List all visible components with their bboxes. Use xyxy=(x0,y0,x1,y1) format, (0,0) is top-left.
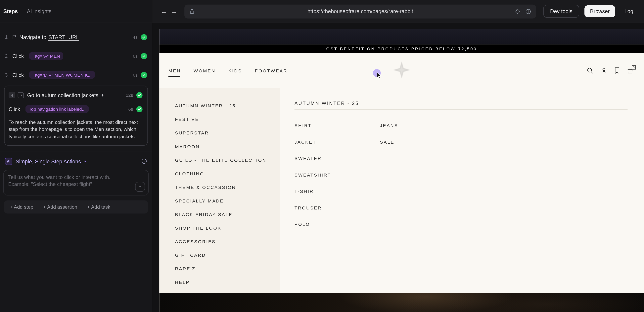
success-check-icon xyxy=(141,72,147,78)
task-description: To reach the autumn collection jackets, … xyxy=(8,119,142,140)
ai-prompt-input[interactable] xyxy=(4,170,148,195)
url-text: https://thehouseofrare.com/pages/rare-ra… xyxy=(308,8,413,14)
selector-badge: Tag="A" MEN xyxy=(29,52,63,60)
hero-image xyxy=(159,293,644,312)
send-button[interactable]: ↑ xyxy=(135,182,145,192)
menu-item[interactable]: JACKET xyxy=(294,134,380,150)
nav-item-footwear[interactable]: FOOTWEAR xyxy=(255,68,288,73)
success-check-icon xyxy=(141,53,147,59)
menu-item[interactable]: T-SHIRT xyxy=(294,183,380,200)
menu-item[interactable]: JEANS xyxy=(380,117,466,134)
ai-mode-selector[interactable]: Simple, Single Step Actions xyxy=(16,158,81,164)
menu-item[interactable]: GUILD - THE ELITE COLLECTION xyxy=(175,153,280,167)
browser-viewport: GST BENEFIT ON PRODUCTS PRICED BELOW ₹2,… xyxy=(152,23,644,312)
task-substep[interactable]: Click Top navigation link labeled... 6s xyxy=(8,103,142,115)
task-header: 4 S Go to autum collection jackets ✦ 12s xyxy=(8,90,142,100)
step-row-3[interactable]: 3 Click Tag="DIV" MEN WOMEN K... 6s xyxy=(4,67,149,83)
info-icon[interactable] xyxy=(142,159,147,164)
step-row-2[interactable]: 2 Click Tag="A" MEN 6s xyxy=(4,48,149,64)
menu-item[interactable]: SPECIALLY MADE xyxy=(175,194,280,208)
ai-logo-icon: AI xyxy=(5,158,12,165)
dev-tools-button[interactable]: Dev tools xyxy=(544,5,579,18)
success-check-icon xyxy=(141,34,147,40)
mega-panel-column-1: SHIRT JACKET SWEATER SWEATSHIRT T-SHIRT … xyxy=(294,117,380,233)
menu-item[interactable]: SUPERSTAR xyxy=(175,126,280,140)
task-step-4[interactable]: 4 S Go to autum collection jackets ✦ 12s… xyxy=(4,86,148,146)
ai-action-panel: AI Simple, Single Step Actions ▾ ↑ + Add… xyxy=(0,151,152,214)
tab-steps[interactable]: Steps xyxy=(4,8,18,14)
menu-item[interactable]: CLOTHING xyxy=(175,167,280,181)
mega-menu-categories: AUTUMN WINTER - 25 FESTIVE SUPERSTAR MAR… xyxy=(159,88,280,293)
url-bar[interactable]: https://thehouseofrare.com/pages/rare-ra… xyxy=(184,5,536,18)
menu-item[interactable]: RARE'Z xyxy=(175,262,280,276)
start-url-link[interactable]: START_URL xyxy=(48,34,79,40)
menu-item[interactable]: BLACK FRIDAY SALE xyxy=(175,208,280,221)
cart-icon[interactable]: 0 xyxy=(627,67,633,74)
menu-item[interactable]: SWEATSHIRT xyxy=(294,167,380,183)
menu-item[interactable]: THEME & OCCASSION xyxy=(175,181,280,194)
back-button[interactable]: ← xyxy=(159,8,169,15)
forward-button[interactable]: → xyxy=(169,8,179,15)
menu-item[interactable]: HELP xyxy=(175,276,280,289)
menu-item[interactable]: SHOP THE LOOK xyxy=(175,221,280,235)
tab-browser[interactable]: Browser xyxy=(584,6,615,17)
website-page: GST BENEFIT ON PRODUCTS PRICED BELOW ₹2,… xyxy=(159,29,644,312)
menu-item[interactable]: ACCESSORIES xyxy=(175,235,280,249)
account-icon[interactable] xyxy=(600,67,607,74)
wishlist-icon[interactable] xyxy=(614,67,620,74)
step-duration: 6s xyxy=(133,72,138,77)
step-duration: 6s xyxy=(133,54,138,58)
menu-item[interactable]: GIFT CARD xyxy=(175,249,280,262)
menu-item[interactable]: SWEATER xyxy=(294,150,380,167)
menu-item[interactable]: SALE xyxy=(380,134,466,150)
site-header-band xyxy=(159,29,644,44)
view-switcher: Browser Log xyxy=(584,6,639,17)
nav-icon-group: 0 xyxy=(586,53,633,88)
mega-panel-column-2: JEANS SALE xyxy=(380,117,466,233)
add-task-button[interactable]: + Add task xyxy=(87,204,110,210)
menu-item[interactable]: TROUSER xyxy=(294,200,380,216)
browser-pane: ← → https://thehouseofrare.com/pages/rar… xyxy=(152,0,644,312)
mouse-cursor-icon xyxy=(376,72,382,79)
mega-menu: AUTUMN WINTER - 25 FESTIVE SUPERSTAR MAR… xyxy=(159,88,644,293)
chevron-down-icon[interactable]: ▾ xyxy=(84,160,86,164)
nav-item-kids[interactable]: KIDS xyxy=(228,68,242,73)
brand-logo[interactable] xyxy=(392,60,411,81)
menu-item[interactable]: SHIRT xyxy=(294,117,380,134)
steps-sidebar: Steps AI insights 1 Navigate to START_UR… xyxy=(0,0,152,312)
page-info-icon[interactable] xyxy=(526,8,531,14)
reload-icon[interactable] xyxy=(515,8,520,14)
add-assertion-button[interactable]: + Add assertion xyxy=(43,204,77,210)
tab-log[interactable]: Log xyxy=(619,6,639,17)
step-number: 4 xyxy=(8,92,15,98)
selector-badge: Tag="DIV" MEN WOMEN K... xyxy=(29,71,95,79)
step-action-label: Navigate to xyxy=(19,34,46,40)
steps-list: 1 Navigate to START_URL 4s 2 Click Tag="… xyxy=(0,23,152,146)
mega-panel-title: AUTUMN WINTER - 25 xyxy=(294,101,628,106)
task-duration: 12s xyxy=(126,93,133,98)
add-step-button[interactable]: + Add step xyxy=(10,204,34,210)
step-number: 3 xyxy=(5,72,11,78)
subtask-icon: S xyxy=(18,92,24,98)
tab-ai-insights[interactable]: AI insights xyxy=(27,8,52,14)
menu-item[interactable]: FESTIVE xyxy=(175,113,280,126)
site-navbar: MEN WOMEN KIDS FOOTWEAR xyxy=(159,53,644,88)
step-number: 1 xyxy=(5,34,11,40)
nav-item-women[interactable]: WOMEN xyxy=(194,68,216,73)
step-row-1[interactable]: 1 Navigate to START_URL 4s xyxy=(4,29,149,45)
sparkle-icon: ✦ xyxy=(101,93,104,97)
step-action-label: Click xyxy=(12,53,24,59)
nav-item-men[interactable]: MEN xyxy=(168,68,181,73)
menu-item[interactable]: AUTUMN WINTER - 25 xyxy=(175,99,280,113)
success-check-icon xyxy=(136,92,142,98)
task-title: Go to autum collection jackets xyxy=(27,92,98,98)
step-number: 2 xyxy=(5,53,11,59)
menu-item[interactable]: POLO xyxy=(294,216,380,233)
mega-menu-panel: AUTUMN WINTER - 25 SHIRT JACKET SWEATER … xyxy=(280,88,644,293)
step-action-label: Click xyxy=(8,106,20,112)
app-root: Steps AI insights 1 Navigate to START_UR… xyxy=(0,0,644,312)
search-icon[interactable] xyxy=(586,67,594,74)
step-actions-bar: + Add step + Add assertion + Add task xyxy=(4,201,148,214)
menu-item[interactable]: MAROON xyxy=(175,140,280,153)
flag-icon xyxy=(12,35,17,40)
